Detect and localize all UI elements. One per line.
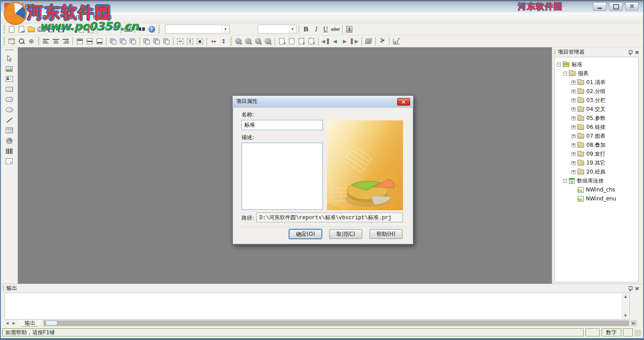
tree-item[interactable]: 20.经典: [555, 167, 638, 176]
tree-item[interactable]: NWind_enu: [555, 194, 638, 203]
ok-button[interactable]: 确定(O): [289, 229, 322, 239]
pin-icon[interactable]: [628, 286, 632, 291]
panel-grip[interactable]: [554, 49, 555, 55]
redo-button[interactable]: [109, 24, 119, 34]
help-button[interactable]: 帮助(H): [369, 229, 402, 239]
tree-item[interactable]: 03.分栏: [555, 96, 638, 105]
expand-icon[interactable]: [572, 134, 576, 138]
align-bottom-button[interactable]: [94, 36, 104, 46]
collapse-icon[interactable]: [563, 179, 567, 183]
font-size-combo[interactable]: [258, 25, 297, 34]
print-preview-button[interactable]: [36, 24, 46, 34]
run-to-file-button[interactable]: [253, 36, 263, 46]
toolbar-grip[interactable]: [4, 25, 5, 33]
new-button[interactable]: [7, 24, 17, 34]
menu-view[interactable]: 查看(V): [31, 13, 60, 23]
tab-output[interactable]: 输出: [18, 320, 42, 327]
ellipse-tool[interactable]: [3, 105, 16, 115]
page-next-insert-button[interactable]: [297, 36, 306, 46]
underline-button[interactable]: U: [321, 24, 330, 34]
tree-item[interactable]: 09.套打: [555, 149, 638, 158]
tree-item[interactable]: 标准: [555, 60, 638, 69]
chevron-down-icon[interactable]: [289, 26, 296, 33]
dialog-title-bar[interactable]: 项目属性: [233, 96, 413, 107]
pie-chart-tool[interactable]: [3, 136, 16, 146]
scroll-right-icon[interactable]: [631, 320, 637, 326]
cut-button[interactable]: [66, 24, 76, 34]
bold-button[interactable]: B: [301, 24, 311, 34]
same-height-button[interactable]: [152, 36, 161, 46]
table-tool[interactable]: [3, 125, 16, 136]
align-center-button[interactable]: [51, 36, 61, 46]
bring-to-front-button[interactable]: [108, 36, 118, 46]
panel-grip[interactable]: [3, 285, 4, 291]
tab-scroll-right-icon[interactable]: [11, 320, 17, 326]
line-tool[interactable]: [3, 115, 16, 125]
send-to-back-button[interactable]: [128, 36, 138, 46]
scroll-down-icon[interactable]: [624, 314, 627, 318]
tree-item[interactable]: 06.链接: [555, 123, 638, 132]
expand-icon[interactable]: [572, 170, 576, 174]
expand-icon[interactable]: [572, 81, 576, 85]
report-designer-button[interactable]: [7, 36, 17, 46]
expand-icon[interactable]: [572, 107, 576, 111]
expand-icon[interactable]: [572, 89, 576, 94]
first-page-button[interactable]: [320, 36, 330, 46]
page-import-button[interactable]: [306, 36, 316, 46]
align-right-button[interactable]: [61, 36, 71, 46]
collapse-icon[interactable]: [557, 63, 561, 67]
run-to-printer-button[interactable]: [233, 36, 243, 46]
page-new-button[interactable]: [287, 36, 297, 46]
menu-project[interactable]: 项目(P): [60, 13, 88, 23]
undo-button[interactable]: [99, 24, 109, 34]
output-vertical-scrollbar[interactable]: [622, 293, 629, 319]
select-tool[interactable]: [3, 53, 16, 64]
expand-icon[interactable]: [572, 125, 576, 129]
tree-item[interactable]: 02.分组: [555, 87, 638, 96]
tree-item[interactable]: 报表: [555, 69, 638, 78]
expand-icon[interactable]: [572, 152, 576, 156]
minimize-button[interactable]: [593, 2, 606, 11]
label-tool[interactable]: [3, 74, 16, 84]
same-width-button[interactable]: [142, 36, 152, 46]
zoom-button[interactable]: [17, 36, 26, 46]
barcode-tool[interactable]: [3, 146, 16, 156]
size-width-button[interactable]: [175, 36, 185, 46]
tree-item[interactable]: 05.参数: [555, 114, 638, 123]
image-tool[interactable]: [3, 64, 16, 74]
run-to-designer-button[interactable]: [263, 36, 273, 46]
open-button[interactable]: [17, 24, 26, 34]
tree-item[interactable]: 04.交叉: [555, 105, 638, 114]
align-left-button[interactable]: [41, 36, 51, 46]
scroll-up-icon[interactable]: [624, 294, 627, 298]
vertical-size-button[interactable]: [344, 24, 354, 34]
toolbar-grip[interactable]: [158, 25, 160, 33]
tools-button[interactable]: [377, 36, 387, 46]
resize-grip[interactable]: [635, 330, 641, 336]
italic-button[interactable]: I: [311, 24, 321, 34]
expand-icon[interactable]: [572, 161, 576, 165]
horizontal-spacing-button[interactable]: [209, 36, 219, 46]
name-input[interactable]: [242, 120, 323, 130]
same-size-button[interactable]: [161, 36, 171, 46]
expand-icon[interactable]: [572, 116, 576, 120]
cancel-button[interactable]: 取消(C): [329, 229, 362, 239]
scrollbar-thumb[interactable]: [46, 321, 57, 326]
print-button[interactable]: [123, 24, 133, 34]
output-content[interactable]: [4, 293, 630, 319]
horizontal-scrollbar[interactable]: [43, 320, 629, 326]
tree-item[interactable]: 19.其它: [555, 158, 638, 167]
tree-item[interactable]: NWind_chs: [555, 185, 638, 194]
toolbar-grip[interactable]: [4, 37, 5, 45]
tree-item[interactable]: 数据库连接: [555, 176, 638, 185]
chart-wizard-button[interactable]: [391, 36, 401, 46]
run-to-preview-button[interactable]: [243, 36, 253, 46]
font-name-combo[interactable]: [165, 25, 230, 34]
tree-item[interactable]: 08.叠加: [555, 140, 638, 149]
tree-item[interactable]: 01.清单: [555, 78, 638, 87]
dialog-close-button[interactable]: [397, 98, 410, 106]
size-height-button[interactable]: [185, 36, 195, 46]
find-button[interactable]: [137, 24, 147, 34]
align-middle-button[interactable]: [85, 36, 94, 46]
previous-page-button[interactable]: [330, 36, 340, 46]
